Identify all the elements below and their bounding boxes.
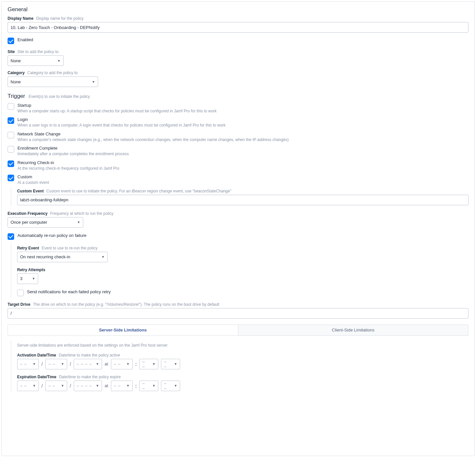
trigger-recur-desc: At the recurring check-in frequency conf… xyxy=(17,166,119,171)
time-sep: : xyxy=(135,383,137,388)
chevron-down-icon: ▼ xyxy=(77,220,80,224)
date-sep: / xyxy=(41,383,43,388)
chevron-down-icon: ▼ xyxy=(96,384,99,387)
expiration-day-select[interactable]: – –▼ xyxy=(45,381,67,391)
retry-event-select[interactable]: On next recurring check-in ▼ xyxy=(17,252,108,262)
site-label: Site xyxy=(8,49,15,54)
trigger-startup-desc: When a computer starts up. A startup scr… xyxy=(17,109,217,114)
at-label: at xyxy=(105,383,108,388)
retry-attempts-label: Retry Attempts xyxy=(17,268,45,272)
server-limitations-block: Server-side limitations are enforced bas… xyxy=(11,340,468,392)
expiration-month-select[interactable]: – –▼ xyxy=(17,381,39,391)
trigger-enroll-checkbox[interactable] xyxy=(8,146,14,153)
custom-event-block: Custom Event Custom event to use to init… xyxy=(11,188,468,207)
chevron-down-icon: ▼ xyxy=(33,362,36,366)
chevron-down-icon: ▼ xyxy=(57,59,61,63)
expiration-row: – –▼ / – –▼ / – – – –▼ at – –▼ : – –▼ – … xyxy=(17,381,468,391)
chevron-down-icon: ▼ xyxy=(174,362,177,366)
general-panel: General Display Name Display name for th… xyxy=(1,1,475,456)
exec-freq-hint: Frequency at which to run the policy xyxy=(50,211,113,216)
trigger-custom-desc: At a custom event xyxy=(17,180,49,186)
trigger-title: Trigger Event(s) to use to initiate the … xyxy=(8,93,468,100)
date-sep: / xyxy=(70,383,71,388)
trigger-login-desc: When a user logs in to a computer. A log… xyxy=(17,123,225,128)
activation-ampm-select[interactable]: – –▼ xyxy=(161,359,180,369)
limitations-tabs: Server-Side Limitations Client-Side Limi… xyxy=(8,325,468,336)
site-select[interactable]: None ▼ xyxy=(8,55,64,66)
auto-rerun-label: Automatically re-run policy on failure xyxy=(17,233,87,239)
auto-rerun-block: Retry Event Event to use to re-run the p… xyxy=(11,243,468,298)
retry-event-value: On next recurring check-in xyxy=(20,254,70,259)
enabled-label: Enabled xyxy=(17,37,33,43)
notify-checkbox[interactable] xyxy=(17,290,24,296)
category-select-value: None xyxy=(11,79,21,84)
display-name-input[interactable] xyxy=(8,22,468,33)
retry-event-label: Retry Event xyxy=(17,246,39,250)
chevron-down-icon: ▼ xyxy=(152,384,155,387)
activation-month-select[interactable]: – –▼ xyxy=(17,359,39,369)
chevron-down-icon: ▼ xyxy=(101,255,105,259)
custom-event-input[interactable] xyxy=(17,195,468,205)
at-label: at xyxy=(105,361,108,366)
date-sep: / xyxy=(41,361,43,367)
chevron-down-icon: ▼ xyxy=(32,277,35,280)
activation-day-select[interactable]: – –▼ xyxy=(45,359,67,369)
retry-attempts-value: 3 xyxy=(20,276,22,281)
time-sep: : xyxy=(135,361,137,367)
section-general-title: General xyxy=(8,6,468,13)
chevron-down-icon: ▼ xyxy=(92,80,95,84)
trigger-recur-checkbox[interactable] xyxy=(8,160,14,167)
trigger-hint: Event(s) to use to initiate the policy xyxy=(29,94,90,99)
activation-hour-select[interactable]: – –▼ xyxy=(111,359,133,369)
trigger-custom-checkbox[interactable] xyxy=(8,175,14,181)
chevron-down-icon: ▼ xyxy=(96,362,99,366)
exec-freq-value: Once per computer xyxy=(11,220,47,225)
expiration-ampm-select[interactable]: – –▼ xyxy=(161,381,180,391)
trigger-enroll-desc: Immediately after a computer completes t… xyxy=(17,152,129,157)
chevron-down-icon: ▼ xyxy=(126,362,130,366)
server-limitations-desc: Server-side limitations are enforced bas… xyxy=(17,343,468,348)
display-name-label: Display Name xyxy=(8,16,34,21)
trigger-recur-label: Recurring Check-in xyxy=(17,160,119,166)
trigger-login-checkbox[interactable] xyxy=(8,117,14,124)
chevron-down-icon: ▼ xyxy=(33,384,36,387)
retry-event-hint: Event to use to re-run the policy xyxy=(42,246,97,250)
notify-label: Send notifications for each failed polic… xyxy=(27,289,111,295)
expiration-label: Expiration Date/Time xyxy=(17,375,56,379)
target-drive-label: Target Drive xyxy=(8,302,30,307)
tab-server-limitations[interactable]: Server-Side Limitations xyxy=(8,325,238,336)
exec-freq-select[interactable]: Once per computer ▼ xyxy=(8,217,83,228)
activation-hint: Date/time to make the policy active xyxy=(59,353,120,358)
activation-row: – –▼ / – –▼ / – – – –▼ at – –▼ : – –▼ – … xyxy=(17,359,468,369)
auto-rerun-checkbox[interactable] xyxy=(8,233,14,240)
trigger-network-label: Network State Change xyxy=(17,131,289,137)
activation-year-select[interactable]: – – – –▼ xyxy=(74,359,102,369)
activation-min-select[interactable]: – –▼ xyxy=(139,359,158,369)
trigger-enroll-label: Enrollment Complete xyxy=(17,146,129,151)
trigger-custom-label: Custom xyxy=(17,174,49,180)
trigger-login-label: Login xyxy=(17,117,225,123)
expiration-year-select[interactable]: – – – –▼ xyxy=(74,381,102,391)
trigger-network-checkbox[interactable] xyxy=(8,132,14,138)
chevron-down-icon: ▼ xyxy=(61,384,64,387)
enabled-checkbox[interactable] xyxy=(8,38,14,44)
chevron-down-icon: ▼ xyxy=(126,384,130,387)
chevron-down-icon: ▼ xyxy=(152,362,155,366)
retry-attempts-select[interactable]: 3 ▼ xyxy=(17,273,38,284)
expiration-hour-select[interactable]: – –▼ xyxy=(111,381,133,391)
target-drive-input[interactable] xyxy=(8,308,468,319)
trigger-startup-label: Startup xyxy=(17,103,217,108)
expiration-hint: Date/time to make the policy expire xyxy=(59,375,120,379)
display-name-field: Display Name Display name for the policy xyxy=(8,16,468,33)
trigger-startup-checkbox[interactable] xyxy=(8,103,14,110)
site-hint: Site to add the policy to xyxy=(17,49,59,54)
category-label: Category xyxy=(8,71,25,75)
expiration-min-select[interactable]: – –▼ xyxy=(139,381,158,391)
category-hint: Category to add the policy to xyxy=(27,71,78,75)
display-name-hint: Display name for the policy xyxy=(36,16,84,21)
date-sep: / xyxy=(70,361,71,367)
tab-client-limitations[interactable]: Client-Side Limitations xyxy=(238,325,469,336)
category-select[interactable]: None ▼ xyxy=(8,76,98,87)
exec-freq-label: Execution Frequency xyxy=(8,211,47,216)
chevron-down-icon: ▼ xyxy=(174,384,177,387)
